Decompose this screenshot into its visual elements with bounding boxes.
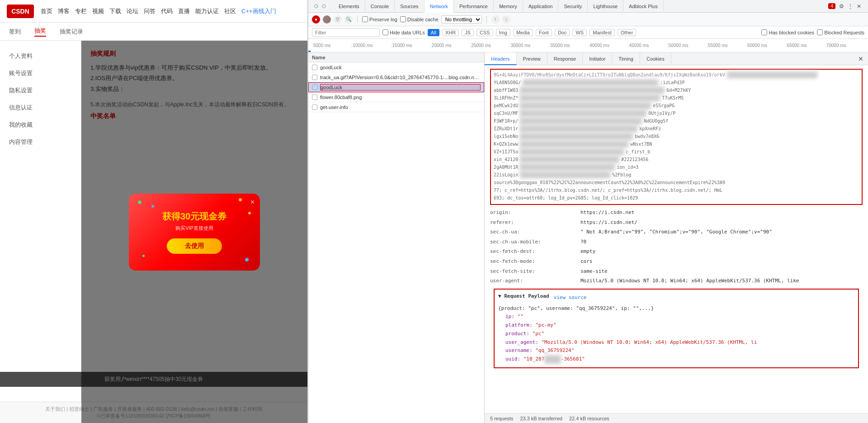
- menu-privacy[interactable]: 隐私设置: [0, 82, 81, 99]
- tab-sources[interactable]: Sources: [395, 0, 424, 13]
- timeline-indicator: [308, 51, 311, 52]
- network-item-track[interactable]: track_ua.gif?APIVersion=0.6.0&cid=10_287…: [308, 72, 484, 82]
- menu-collection[interactable]: 我的收藏: [0, 116, 81, 133]
- headers-data-section: 8G+4L4AayiFTDV0/Hhv0SordyxfMeOtaCi+LIiTT…: [490, 69, 863, 205]
- modal-close-btn[interactable]: ×: [250, 198, 255, 206]
- tab-adblock[interactable]: Adblock Plus: [623, 0, 664, 13]
- nav-cert[interactable]: 能力认证: [195, 7, 219, 15]
- nav-blog[interactable]: 博客: [58, 7, 70, 15]
- item-checkbox-5[interactable]: [312, 105, 317, 110]
- view-source-link[interactable]: view source: [554, 295, 587, 300]
- filter-all[interactable]: All: [428, 29, 439, 36]
- nav-column[interactable]: 专栏: [75, 7, 87, 15]
- menu-content[interactable]: 内容管理: [0, 133, 81, 151]
- blurred-row-3: abbfF1W03 6d+M27kKY: [494, 87, 859, 94]
- more-icon[interactable]: ⋮: [848, 3, 853, 10]
- close-icon[interactable]: ✕: [857, 3, 861, 10]
- item-checkbox-2[interactable]: [312, 75, 317, 80]
- search-btn[interactable]: 🔍: [344, 15, 353, 24]
- filter-js[interactable]: JS: [462, 29, 474, 36]
- preserve-log-checkbox[interactable]: [362, 16, 368, 22]
- settings-icon[interactable]: ⚙: [839, 3, 844, 10]
- download-btn[interactable]: ↓: [502, 15, 510, 24]
- tab-network[interactable]: Network: [425, 0, 454, 13]
- hide-data-urls-checkbox[interactable]: [382, 29, 388, 35]
- filter-manifest[interactable]: Manifest: [590, 29, 615, 36]
- nav-live[interactable]: 直播: [178, 7, 190, 15]
- blocked-requests-text: Blocked Requests: [824, 30, 864, 35]
- nav-forum[interactable]: 论坛: [127, 7, 138, 15]
- payload-product-row: product: "pc": [505, 330, 854, 338]
- upload-btn[interactable]: ↑: [491, 15, 500, 24]
- payload-fields: ip: "" platform: "pc-my" product: "pc": [498, 313, 854, 363]
- blurred-val-7: [520, 118, 642, 124]
- nav-code[interactable]: 代码: [161, 7, 173, 15]
- detail-close-btn[interactable]: ✕: [858, 55, 868, 62]
- filter-ws[interactable]: WS: [572, 29, 587, 36]
- filter-input[interactable]: [312, 28, 380, 37]
- detail-tab-timing[interactable]: Timing: [612, 52, 640, 65]
- filter-font[interactable]: Font: [536, 29, 552, 36]
- blurred-key-13: 2gA0MUt1R: [494, 164, 518, 171]
- nav-video[interactable]: 视频: [92, 7, 104, 15]
- blocked-requests-checkbox[interactable]: [817, 29, 823, 35]
- sub-nav-signin[interactable]: 签到: [9, 28, 21, 36]
- payload-ip-row: ip: "": [505, 313, 854, 321]
- record-btn[interactable]: ●: [312, 15, 320, 24]
- item-checkbox-1[interactable]: [312, 65, 317, 70]
- menu-account[interactable]: 账号设置: [0, 65, 81, 82]
- nav-download[interactable]: 下载: [109, 7, 121, 15]
- tab-lighthouse[interactable]: Lighthouse: [588, 0, 623, 13]
- network-item-getuserinfo[interactable]: get-user-info: [308, 102, 484, 112]
- network-item-goodluck1[interactable]: goodLuck: [308, 62, 484, 72]
- nav-cpp[interactable]: C++画线入门: [241, 7, 276, 15]
- blurred-val-6: [520, 110, 646, 117]
- sub-nav-lottery[interactable]: 抽奖: [34, 27, 46, 37]
- network-item-flower[interactable]: flower.80cbaf8.png: [308, 92, 484, 102]
- filter-other[interactable]: Other: [618, 29, 637, 36]
- detail-tab-cookies[interactable]: Cookies: [640, 52, 671, 65]
- filter-css[interactable]: CSS: [476, 29, 493, 36]
- detail-tab-preview[interactable]: Preview: [517, 52, 547, 65]
- throttling-select[interactable]: No throttling: [441, 15, 482, 24]
- nav-home[interactable]: 首页: [41, 7, 52, 15]
- blurred-row-8: IZRuXDt1r kpXneRFz: [494, 125, 859, 132]
- blurred-key-4: 3LiRFHnZ*: [494, 95, 518, 101]
- tab-elements[interactable]: Elements: [333, 0, 365, 13]
- mark-10000: 10000 ms: [351, 43, 391, 48]
- separator-1: [357, 16, 358, 23]
- detail-tab-headers[interactable]: Headers: [485, 52, 517, 65]
- item-checkbox-4[interactable]: [312, 95, 317, 100]
- filter-doc[interactable]: Doc: [555, 29, 570, 36]
- resources-size: 22.4 kB resources: [569, 416, 609, 421]
- origin-row: origin: https://i.csdn.net: [490, 209, 863, 217]
- detail-tab-response[interactable]: Response: [547, 52, 583, 65]
- clear-btn[interactable]: 🚫: [323, 15, 331, 24]
- blurred-val-10: [520, 141, 628, 147]
- blurred-val-8: [520, 125, 637, 132]
- blocked-cookies-text: Has blocked cookies: [769, 30, 814, 35]
- disable-cache-checkbox[interactable]: [400, 16, 406, 22]
- sub-nav-lottery-record[interactable]: 抽奖记录: [60, 28, 83, 36]
- filter-img[interactable]: Img: [496, 29, 510, 36]
- tab-performance[interactable]: Performance: [454, 0, 494, 13]
- blocked-cookies-checkbox[interactable]: [761, 29, 767, 35]
- filter-xhr[interactable]: XHR: [442, 29, 459, 36]
- filter-media[interactable]: Media: [513, 29, 533, 36]
- item-checkbox-3[interactable]: [312, 85, 318, 90]
- menu-profile[interactable]: 个人资料: [0, 48, 81, 65]
- network-item-goodluck2[interactable]: goodLuck: [308, 82, 484, 92]
- tab-security[interactable]: Security: [558, 0, 588, 13]
- tab-console[interactable]: Console: [365, 0, 395, 13]
- nav-community[interactable]: 社区: [224, 7, 236, 15]
- blurred-suffix-6: 0Utjo1Vy/P: [648, 110, 675, 117]
- nav-qa[interactable]: 问答: [144, 7, 156, 15]
- disable-cache-text: Disable cache: [407, 17, 439, 22]
- tab-memory[interactable]: Memory: [494, 0, 523, 13]
- filter-icon-btn[interactable]: ▽: [334, 15, 342, 24]
- tab-application[interactable]: Application: [523, 0, 559, 13]
- item-name-goodluck1: goodLuck: [320, 65, 481, 70]
- menu-auth[interactable]: 信息认证: [0, 99, 81, 116]
- use-prize-btn[interactable]: 去使用: [167, 238, 222, 254]
- detail-tab-initiator[interactable]: Initiator: [583, 52, 612, 65]
